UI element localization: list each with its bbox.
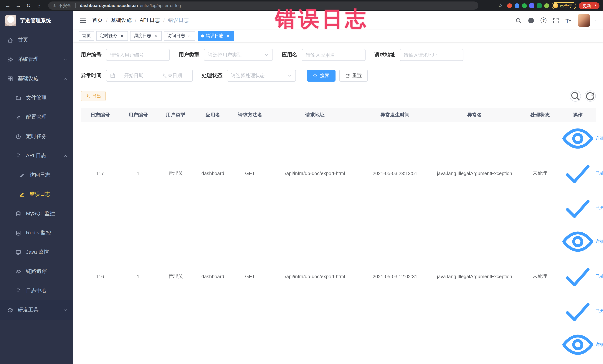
tab-item[interactable]: 定时任务× xyxy=(96,31,128,41)
column-header: 请求地址 xyxy=(269,108,361,122)
column-header: 处理状态 xyxy=(520,108,560,122)
tab-item[interactable]: 访问日志× xyxy=(164,31,195,41)
logo-title: 芋道管理系统 xyxy=(20,17,51,24)
sidebar-item[interactable]: 配置管理 xyxy=(0,107,73,127)
cell-status: 未处理 xyxy=(520,328,560,364)
sidebar-item-label: Redis 监控 xyxy=(26,230,51,236)
bookmark-star-icon[interactable]: ☆ xyxy=(496,3,504,9)
hamburger-icon[interactable] xyxy=(79,17,86,24)
sidebar-item[interactable]: 链路追踪 xyxy=(0,262,73,281)
user-type-select[interactable]: 请选择用户类型 xyxy=(204,49,273,61)
export-button[interactable]: 导出 xyxy=(81,91,106,101)
sidebar-item[interactable]: API 日志 xyxy=(0,146,73,165)
extension-icon[interactable] xyxy=(544,3,549,8)
reload-icon[interactable]: ↻ xyxy=(24,3,33,9)
sidebar-item[interactable]: 研发工具 xyxy=(0,300,73,320)
navbar-actions: ? TT xyxy=(515,14,597,27)
tab-active[interactable]: 错误日志× xyxy=(197,31,234,41)
cell-url: /api/infra/db-doc/export-html xyxy=(269,122,361,225)
log-icon xyxy=(16,153,21,159)
sidebar-menu: 首页系统管理基础设施文件管理配置管理定时任务API 日志访问日志错误日志MySQ… xyxy=(0,30,73,320)
extension-icon[interactable] xyxy=(537,3,542,8)
refresh-icon xyxy=(345,73,350,78)
cell-id: 117 xyxy=(81,122,119,225)
action-processed-link[interactable]: 已处理 xyxy=(561,260,594,293)
user-id-input[interactable] xyxy=(106,49,170,61)
profile-paused-badge[interactable]: 已暂停 xyxy=(551,2,576,9)
update-button[interactable]: 更新 ⋮ xyxy=(579,2,599,9)
font-size-icon[interactable]: TT xyxy=(565,17,571,23)
toggle-search-button[interactable] xyxy=(570,91,581,102)
sidebar-item-active[interactable]: 错误日志 xyxy=(0,185,73,204)
breadcrumb-item[interactable]: API 日志 xyxy=(140,17,160,24)
action-processed-link[interactable]: 已处理 xyxy=(561,363,594,364)
filter-form: 用户编号 用户类型 请选择用户类型 应用名 xyxy=(81,49,596,82)
sidebar-item[interactable]: 日志中心 xyxy=(0,281,73,300)
column-header: 用户编号 xyxy=(119,108,157,122)
page-content: 用户编号 用户类型 请选择用户类型 应用名 xyxy=(73,42,603,364)
clock-icon xyxy=(16,134,21,139)
action-ignored-link[interactable]: 已忽略 xyxy=(561,192,594,224)
action-detail-link[interactable]: 详细 xyxy=(561,328,594,361)
action-ignored-link[interactable]: 已忽略 xyxy=(561,295,594,328)
user-avatar[interactable] xyxy=(577,14,590,27)
chevron-down-icon xyxy=(63,57,68,61)
action-detail-link[interactable]: 详细 xyxy=(561,225,594,258)
process-status-select[interactable]: 请选择处理状态 xyxy=(227,70,296,82)
tab-close-icon[interactable]: × xyxy=(225,33,231,38)
tab-close-icon[interactable]: × xyxy=(119,33,125,38)
cell-id: 115 xyxy=(81,328,119,364)
chevron-down-icon xyxy=(63,308,68,312)
github-icon[interactable] xyxy=(528,17,534,23)
toolbox-icon xyxy=(7,307,13,313)
extension-icon[interactable] xyxy=(507,3,512,8)
sidebar-item-label: 日志中心 xyxy=(26,287,47,294)
sidebar-item[interactable]: 基础设施 xyxy=(0,69,73,88)
cell-url: /api/infra/db-doc/export-html xyxy=(269,225,361,328)
exception-time-range-input[interactable]: 开始日期 - 结束日期 xyxy=(106,70,193,82)
tab-close-icon[interactable]: × xyxy=(153,33,158,38)
browser-home-icon[interactable]: ⌂ xyxy=(35,3,43,9)
breadcrumb-item[interactable]: 基础设施 xyxy=(111,17,132,24)
sidebar-item[interactable]: Redis 监控 xyxy=(0,223,73,243)
fullscreen-icon[interactable] xyxy=(553,17,559,23)
forward-icon[interactable]: → xyxy=(14,3,22,9)
extension-icon[interactable] xyxy=(514,3,519,8)
sidebar-item[interactable]: 定时任务 xyxy=(0,127,73,146)
back-icon[interactable]: ← xyxy=(4,3,12,9)
breadcrumb-item[interactable]: 首页 xyxy=(92,17,103,24)
sidebar-logo[interactable]: 芋道管理系统 xyxy=(0,11,73,30)
search-icon[interactable] xyxy=(515,17,522,23)
active-tab-dot xyxy=(201,34,204,37)
sidebar-item[interactable]: 首页 xyxy=(0,30,73,50)
sidebar-item[interactable]: 访问日志 xyxy=(0,165,73,185)
log-icon xyxy=(16,288,21,294)
tab-close-icon[interactable]: × xyxy=(187,33,192,38)
action-detail-link[interactable]: 详细 xyxy=(561,122,594,155)
extension-icon[interactable] xyxy=(522,3,527,8)
sidebar-item[interactable]: 系统管理 xyxy=(0,50,73,69)
sidebar-item-label: 首页 xyxy=(18,37,28,43)
column-header: 操作 xyxy=(560,108,596,122)
request-url-input[interactable] xyxy=(400,49,464,61)
cell-actions: 详细已处理已忽略 xyxy=(560,122,596,225)
extension-icon[interactable] xyxy=(529,3,534,8)
caret-down-icon[interactable] xyxy=(593,19,597,22)
cell-actions: 详细已处理已忽略 xyxy=(560,328,596,364)
filter-label-request-url: 请求地址 xyxy=(374,52,395,58)
menu-kebab-icon[interactable]: ⋮ xyxy=(593,3,598,8)
address-bar[interactable]: ⚠ 不安全 dashboard.yudao.iocoder.cn/infra/l… xyxy=(48,1,478,10)
tab-item[interactable]: 首页 xyxy=(79,31,94,41)
search-button[interactable]: 搜索 xyxy=(307,70,336,82)
sidebar-item[interactable]: 文件管理 xyxy=(0,88,73,107)
refresh-table-button[interactable] xyxy=(584,91,596,102)
tab-item[interactable]: 调度日志× xyxy=(130,31,162,41)
edit-icon xyxy=(19,172,25,178)
sidebar-item[interactable]: Java 监控 xyxy=(0,243,73,262)
app-name-input[interactable] xyxy=(302,49,366,61)
sidebar-item[interactable]: MySQL 监控 xyxy=(0,204,73,223)
help-icon[interactable]: ? xyxy=(541,17,546,23)
action-processed-link[interactable]: 已处理 xyxy=(561,157,594,190)
reset-button[interactable]: 重置 xyxy=(339,70,368,82)
sidebar-item-label: Java 监控 xyxy=(26,249,49,256)
